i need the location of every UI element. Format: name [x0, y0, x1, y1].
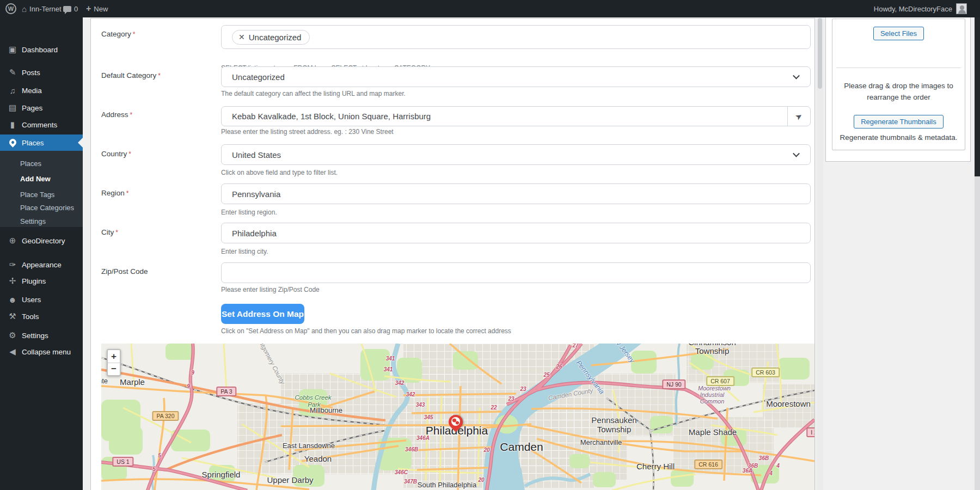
philadelphia-marker[interactable]: [448, 414, 464, 431]
submenu-item-place-categories[interactable]: Place Categories: [0, 200, 83, 215]
sidebar-item-plugins[interactable]: ✢Plugins: [0, 273, 83, 289]
route-shield-us-1: US 1: [112, 457, 133, 467]
page-scrollbar[interactable]: [975, 17, 980, 490]
exit-number-9: 9: [191, 370, 194, 376]
zoom-in-button[interactable]: +: [108, 350, 120, 363]
default-category-value: Uncategorized: [232, 72, 285, 82]
regenerate-caption: Regenerate thumbnails & metadata.: [832, 133, 965, 142]
country-select[interactable]: United States: [221, 144, 811, 165]
exit-number-5: 5: [152, 466, 156, 472]
admin-bar-comments[interactable]: 0: [63, 0, 78, 17]
map-label-upper-darby: Upper Darby: [267, 475, 313, 485]
sidebar-item-collapse-menu[interactable]: ◀Collapse menu: [0, 344, 83, 360]
default-category-label: Default Category*: [101, 71, 161, 79]
zip-label: Zip/Post Code: [101, 267, 148, 275]
plugin-icon: ✢: [7, 276, 19, 286]
map-label-south-philadelphia: South Philadelphia: [418, 481, 476, 489]
default-category-select[interactable]: Uncategorized: [221, 66, 811, 87]
exit-number-23: 23: [508, 396, 514, 402]
route-shield-pa-3: PA 3: [216, 387, 236, 396]
submenu-item-add-new[interactable]: Add New: [0, 171, 83, 186]
exit-number-343: 343: [416, 402, 425, 408]
page-scrollbar-thumb[interactable]: [975, 17, 980, 176]
sidebar-item-label: Settings: [22, 332, 48, 340]
sidebar-item-appearance[interactable]: ✑Appearance: [0, 256, 83, 273]
address-input[interactable]: Kebab Kavalkade, 1st Block, Union Square…: [221, 106, 811, 126]
address-help: Please enter the listing street address.…: [221, 128, 394, 136]
osm-map[interactable]: ointeMarpleMillbourneCobbs CreekParkEast…: [101, 344, 814, 490]
sidebar-item-tools[interactable]: ⚒Tools: [0, 308, 83, 324]
geolocate-button[interactable]: ➤: [787, 107, 810, 126]
globe-icon: ⊕: [7, 236, 19, 246]
dashboard-icon: ▣: [7, 45, 19, 54]
content-scrollbar[interactable]: [817, 18, 823, 490]
exit-number-342: 342: [395, 380, 405, 386]
select-files-button[interactable]: Select Files: [873, 27, 924, 40]
plus-icon: +: [86, 4, 91, 14]
sidebar-item-dashboard[interactable]: ▣Dashboard: [0, 41, 83, 58]
sidebar-item-label: Posts: [22, 69, 40, 77]
city-input[interactable]: Philadelphia: [221, 223, 811, 243]
city-label: City*: [101, 228, 118, 236]
route-shield-pa-320: PA 320: [152, 411, 179, 421]
category-chip[interactable]: ✕ Uncategorized: [232, 30, 310, 45]
exit-number-341: 341: [386, 356, 395, 362]
admin-bar-account[interactable]: Howdy, McDirectoryFace: [874, 0, 967, 17]
pushpin-icon: ✎: [7, 68, 19, 77]
exit-number-5: 5: [158, 452, 161, 458]
exit-number-36b: 36B: [759, 455, 769, 461]
submenu-item-places[interactable]: Places: [0, 156, 83, 170]
content-scrollbar-thumb[interactable]: [818, 18, 822, 89]
map-label-merchantville: Merchantville: [580, 438, 622, 446]
map-label-yeadon: Yeadon: [304, 454, 332, 463]
region-label: Region*: [101, 189, 128, 197]
sidebar-item-comments[interactable]: ▮Comments: [0, 117, 83, 133]
sidebar-item-posts[interactable]: ✎Posts: [0, 64, 83, 81]
sidebar-item-pages[interactable]: ▤Pages: [0, 100, 83, 116]
route-shield-i-29: I 29: [806, 427, 814, 437]
site-name-link[interactable]: ⌂ Inn-Ternet: [22, 0, 62, 17]
sidebar-item-media[interactable]: ♫Media: [0, 82, 83, 99]
wordpress-admin-page: W ⌂ Inn-Ternet 0 + New Howdy, McDirector…: [0, 0, 980, 490]
map-label-pennsauken: Pennsauken: [591, 415, 636, 425]
user-icon: ☻: [7, 295, 19, 304]
sidebar-item-users[interactable]: ☻Users: [0, 291, 83, 308]
required-asterisk: *: [128, 150, 131, 158]
media-icon: ♫: [7, 86, 19, 95]
category-field[interactable]: ✕ Uncategorized: [221, 25, 811, 49]
country-help: Click on above field and type to filter …: [221, 169, 338, 176]
map-label-township: Township: [695, 346, 730, 356]
wordpress-logo[interactable]: W: [4, 0, 17, 17]
chevron-down-icon: [793, 72, 800, 79]
new-label: New: [94, 5, 108, 13]
category-label: Category*: [101, 30, 135, 38]
remove-chip-icon[interactable]: ✕: [238, 33, 245, 41]
comment-icon: ▮: [7, 120, 19, 130]
images-metabox: Select Files Please drag & drop the imag…: [825, 14, 971, 162]
sidebar-item-label: Tools: [22, 313, 39, 321]
admin-bar-new[interactable]: + New: [86, 0, 108, 17]
comments-count: 0: [74, 5, 78, 13]
zoom-out-button[interactable]: −: [108, 363, 120, 375]
region-input[interactable]: Pennsylvania: [221, 183, 811, 204]
admin-bar: W ⌂ Inn-Ternet 0 + New Howdy, McDirector…: [0, 0, 980, 17]
submenu-item-settings[interactable]: Settings: [0, 214, 83, 228]
address-label: Address*: [101, 111, 132, 119]
submenu-item-place-tags[interactable]: Place Tags: [0, 187, 83, 201]
map-label-marple: Marple: [120, 377, 145, 387]
set-address-on-map-button[interactable]: Set Address On Map: [221, 304, 304, 324]
category-chip-label: Uncategorized: [249, 33, 302, 42]
sidebar-item-label: Dashboard: [22, 46, 58, 54]
sidebar-item-label: Comments: [22, 121, 57, 129]
sidebar-item-settings[interactable]: ⚙Settings: [0, 327, 83, 344]
dropzone-divider: [836, 68, 961, 68]
exit-number-20: 20: [478, 477, 484, 483]
map-label-maple-shade: Maple Shade: [689, 427, 737, 437]
zip-input[interactable]: [221, 262, 811, 283]
image-dropzone[interactable]: Select Files Please drag & drop the imag…: [832, 19, 965, 150]
sidebar-item-geodirectory[interactable]: ⊕GeoDirectory: [0, 232, 83, 249]
sidebar-item-places[interactable]: Places: [0, 134, 83, 151]
required-asterisk: *: [133, 30, 136, 38]
map-zoom-control: + −: [107, 349, 121, 376]
regenerate-thumbnails-button[interactable]: Regenerate Thumbnails: [854, 115, 944, 128]
